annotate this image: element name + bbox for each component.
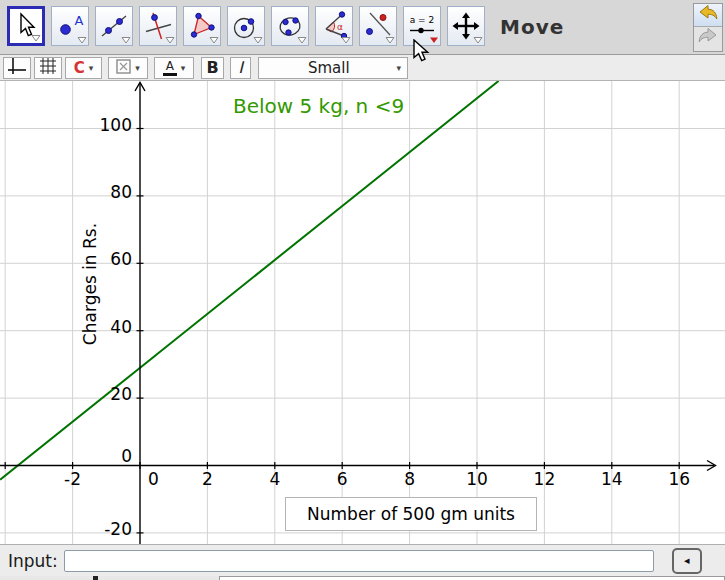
tool-circle-button[interactable] <box>227 6 265 46</box>
italic-button[interactable]: I <box>230 57 251 79</box>
x-tick-label: 14 <box>601 469 623 489</box>
y-tick-label: 80 <box>110 182 132 202</box>
main-toolbar: Aαa = 2 Move <box>0 0 725 55</box>
text-color-icon: A <box>163 60 177 76</box>
input-label: Input: <box>8 551 58 571</box>
svg-text:a = 2: a = 2 <box>410 15 435 25</box>
y-tick-label: 0 <box>121 446 132 466</box>
graph-annotation-text[interactable]: Below 5 kg, n <9 <box>233 94 404 118</box>
input-help-icon: ◂ <box>684 554 690 567</box>
x-tick-label: 12 <box>534 469 556 489</box>
tool-perpendicular-button[interactable] <box>139 6 177 46</box>
redo-icon <box>698 28 718 49</box>
window-bottom-edge <box>0 576 725 580</box>
text-color-button[interactable]: A ▾ <box>154 57 194 79</box>
svg-text:A: A <box>75 13 84 28</box>
charges-line[interactable] <box>0 81 498 480</box>
x-tick-label: 8 <box>404 469 415 489</box>
x-tick-label: 6 <box>337 469 348 489</box>
font-size-dropdown[interactable]: Small ▾ <box>258 57 408 79</box>
chevron-down-icon: ▾ <box>135 63 140 73</box>
x-tick-label: 16 <box>668 469 690 489</box>
font-size-value: Small <box>308 59 350 77</box>
geogebra-window: Aαa = 2 Move C ▾ <box>0 0 725 580</box>
command-input[interactable] <box>64 550 654 572</box>
y-axis-label: Charges in Rs. <box>80 223 100 345</box>
chevron-down-icon: ▾ <box>396 63 401 73</box>
tool-slider-button[interactable]: a = 2 <box>403 6 441 46</box>
chevron-down-icon: ▾ <box>181 63 186 73</box>
tool-move-button[interactable] <box>7 6 45 46</box>
tool-conic-button[interactable] <box>271 6 309 46</box>
x-tick-label: 4 <box>269 469 280 489</box>
toggle-axes-button[interactable] <box>3 57 31 79</box>
tool-move-view-button[interactable] <box>447 6 485 46</box>
x-axis-label-box[interactable]: Number of 500 gm units <box>285 497 537 531</box>
tool-polygon-button[interactable] <box>183 6 221 46</box>
undo-button[interactable] <box>694 4 722 27</box>
tool-point-button[interactable]: A <box>51 6 89 46</box>
tool-button-row: Aαa = 2 <box>7 6 485 46</box>
x-tick-label: 0 <box>148 469 159 489</box>
current-mode-label: Move <box>500 15 564 39</box>
y-tick-label: 60 <box>110 249 132 269</box>
x-tick-label: 10 <box>466 469 488 489</box>
y-tick-label: 20 <box>110 384 132 404</box>
x-tick-label: 2 <box>202 469 213 489</box>
y-tick-label: 100 <box>100 115 132 135</box>
toggle-grid-button[interactable] <box>34 57 62 79</box>
tool-reflect-button[interactable] <box>359 6 397 46</box>
point-capture-magnet-icon: C <box>74 59 85 77</box>
bold-button[interactable]: B <box>201 57 224 79</box>
svg-text:α: α <box>337 22 343 32</box>
grid-icon <box>39 57 57 78</box>
point-capturing-button[interactable]: C ▾ <box>65 57 102 79</box>
clipped-panel-edge <box>219 576 725 580</box>
redo-button[interactable] <box>694 27 722 50</box>
x-tick-label: -2 <box>64 469 81 489</box>
axes-icon <box>7 57 27 78</box>
input-help-toggle-button[interactable]: ◂ <box>672 548 702 574</box>
graphics-style-bar: C ▾ ▾ A ▾ B I Small ▾ <box>0 55 725 81</box>
background-color-button[interactable]: ▾ <box>108 57 148 79</box>
no-color-checkbox-icon <box>116 59 131 77</box>
tool-angle-button[interactable]: α <box>315 6 353 46</box>
undo-redo-panel <box>693 3 723 52</box>
y-tick-label: -20 <box>104 519 132 539</box>
graph-canvas[interactable]: -20246810121416-20020406080100 <box>0 81 725 544</box>
undo-icon <box>698 5 718 26</box>
input-bar: Input: ◂ <box>0 544 725 576</box>
y-tick-label: 40 <box>110 317 132 337</box>
tool-line-button[interactable] <box>95 6 133 46</box>
clipped-content-mark <box>93 576 98 580</box>
chevron-down-icon: ▾ <box>89 63 94 73</box>
graphics-view[interactable]: -20246810121416-20020406080100 Below 5 k… <box>0 81 725 544</box>
